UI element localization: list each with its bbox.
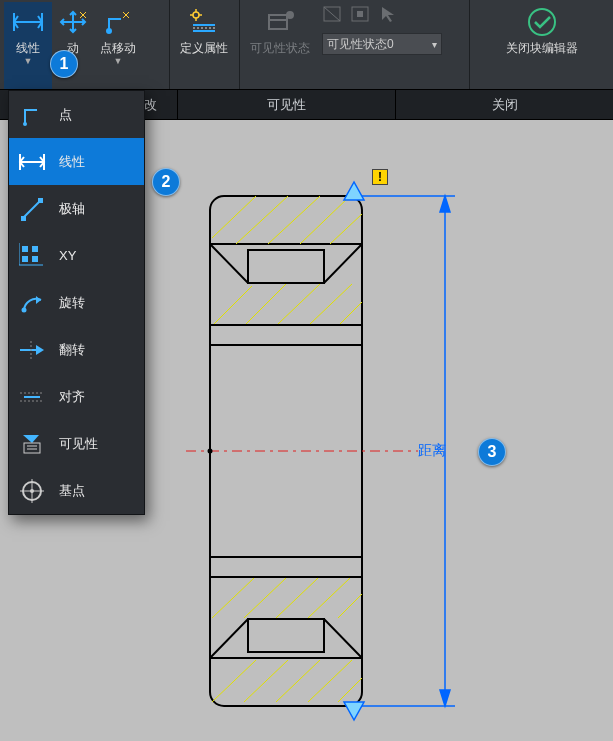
dropdown-item-polar[interactable]: 极轴 — [9, 185, 144, 232]
move-icon — [58, 6, 88, 38]
dropdown-item-visibility[interactable]: 可见性 — [9, 420, 144, 467]
group-label-visibility: 可见性 — [178, 90, 396, 119]
svg-point-26 — [529, 9, 555, 35]
svg-rect-34 — [22, 246, 28, 252]
svg-point-55 — [30, 489, 34, 493]
svg-line-69 — [330, 214, 362, 244]
svg-line-81 — [244, 660, 288, 702]
callout-marker-2: 2 — [152, 168, 180, 196]
svg-line-68 — [300, 196, 350, 244]
svg-rect-62 — [248, 250, 324, 283]
svg-point-7 — [107, 29, 111, 33]
dropdown-label: 旋转 — [59, 294, 85, 312]
svg-line-67 — [268, 196, 320, 244]
callout-marker-3: 3 — [478, 438, 506, 466]
svg-line-66 — [236, 196, 288, 244]
visibility-state-icon — [265, 6, 295, 38]
svg-rect-36 — [22, 256, 28, 262]
linear-label: 线性 — [16, 40, 40, 57]
polar-icon — [17, 194, 47, 224]
visibility-combo-value: 可见性状态0 — [327, 36, 394, 53]
svg-line-79 — [338, 594, 362, 618]
dropdown-label: 基点 — [59, 482, 85, 500]
svg-line-84 — [338, 678, 362, 702]
svg-line-83 — [308, 660, 352, 702]
svg-marker-48 — [23, 435, 39, 443]
dropdown-arrow-icon: ▼ — [24, 57, 33, 65]
define-attribute-label: 定义属性 — [180, 40, 228, 57]
svg-marker-92 — [344, 182, 364, 200]
linear-param-button[interactable]: 线性 ▼ — [4, 2, 52, 89]
check-circle-icon — [525, 6, 559, 38]
svg-rect-33 — [38, 198, 43, 203]
group-label-close: 关闭 — [396, 90, 613, 119]
dimension-label: 距离 — [418, 442, 446, 460]
flip-icon — [17, 335, 47, 365]
dropdown-label: 极轴 — [59, 200, 85, 218]
visibility-icon — [17, 429, 47, 459]
dropdown-item-flip[interactable]: 翻转 — [9, 326, 144, 373]
svg-marker-91 — [440, 690, 450, 706]
dropdown-item-align[interactable]: 对齐 — [9, 373, 144, 420]
vis-cursor-icon — [378, 4, 400, 29]
svg-line-76 — [244, 578, 286, 618]
callout-marker-1: 1 — [50, 50, 78, 78]
align-icon — [17, 382, 47, 412]
linear-icon — [17, 147, 47, 177]
attribute-icon — [189, 6, 219, 38]
svg-rect-37 — [32, 256, 38, 262]
svg-line-80 — [212, 660, 256, 702]
visibility-state-label: 可见性状态 — [250, 40, 310, 57]
svg-rect-49 — [24, 443, 40, 453]
svg-line-70 — [214, 286, 252, 324]
dropdown-label: 对齐 — [59, 388, 85, 406]
svg-point-10 — [193, 12, 199, 18]
dropdown-item-linear[interactable]: 线性 — [9, 138, 144, 185]
dropdown-item-point[interactable]: 点 — [9, 91, 144, 138]
svg-line-82 — [276, 660, 320, 702]
point-icon — [17, 100, 47, 130]
dropdown-item-basepoint[interactable]: 基点 — [9, 467, 144, 514]
svg-line-77 — [276, 578, 318, 618]
define-attribute-button[interactable]: 定义属性 — [174, 2, 234, 89]
svg-rect-24 — [357, 11, 363, 17]
point-move-button[interactable]: 点移动 ▼ — [94, 2, 142, 89]
svg-marker-25 — [382, 7, 394, 22]
dropdown-label: XY — [59, 248, 76, 263]
svg-rect-64 — [248, 619, 324, 652]
close-block-editor-button[interactable]: 关闭块编辑器 — [500, 2, 584, 89]
visibility-state-button: 可见性状态 — [244, 2, 316, 57]
svg-marker-90 — [440, 196, 450, 212]
dropdown-label: 点 — [59, 106, 72, 124]
svg-marker-93 — [344, 702, 364, 720]
svg-line-75 — [212, 578, 254, 618]
point-move-icon — [103, 6, 133, 38]
ribbon: 线性 ▼ 动 ▼ — [0, 0, 613, 90]
dropdown-label: 翻转 — [59, 341, 85, 359]
svg-line-22 — [324, 7, 340, 21]
dropdown-arrow-icon: ▼ — [114, 57, 123, 65]
linear-param-dropdown: 点 线性 极轴 XY 旋转 — [8, 90, 145, 515]
visibility-state-combo[interactable]: 可见性状态0 ▾ — [322, 33, 442, 55]
svg-point-41 — [22, 307, 27, 312]
dropdown-label: 可见性 — [59, 435, 98, 453]
svg-point-27 — [23, 122, 27, 126]
linear-icon — [10, 6, 46, 38]
point-move-label: 点移动 — [100, 40, 136, 57]
close-editor-label: 关闭块编辑器 — [506, 40, 578, 57]
vis-toggle-icon — [322, 4, 344, 29]
svg-line-71 — [246, 284, 286, 324]
basepoint-icon — [17, 476, 47, 506]
svg-rect-35 — [32, 246, 38, 252]
svg-point-20 — [287, 12, 293, 18]
dropdown-item-rotate[interactable]: 旋转 — [9, 279, 144, 326]
svg-point-86 — [208, 449, 213, 454]
svg-line-72 — [278, 284, 320, 324]
warning-icon: ! — [372, 169, 388, 185]
combo-arrow-icon: ▾ — [432, 39, 437, 50]
svg-line-74 — [340, 302, 362, 324]
rotate-icon — [17, 288, 47, 318]
xy-icon — [17, 241, 47, 271]
dropdown-item-xy[interactable]: XY — [9, 232, 144, 279]
svg-marker-43 — [36, 345, 44, 355]
